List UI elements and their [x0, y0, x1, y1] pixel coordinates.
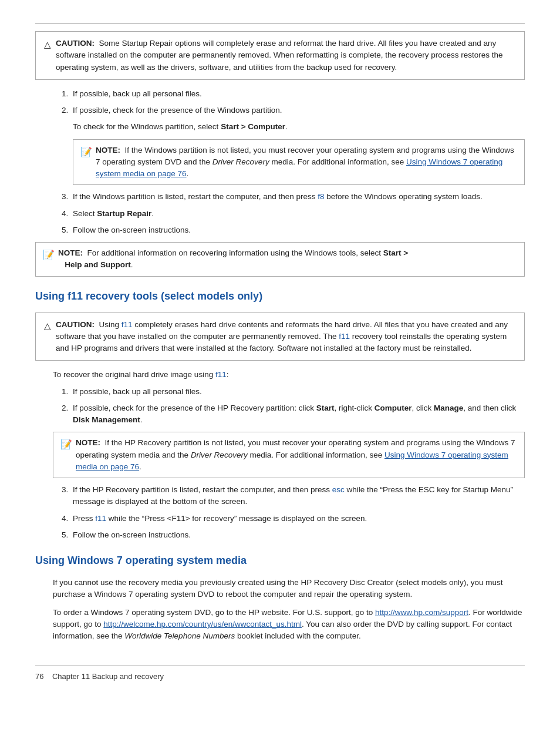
note-content-1: NOTE: If the Windows partition is not li… — [96, 145, 517, 180]
steps-list-4: If the HP Recovery partition is listed, … — [70, 484, 525, 541]
note-pencil-icon-2: 📝 — [43, 248, 55, 262]
f11-para: To recover the original hard drive image… — [53, 369, 525, 381]
caution-icon-2: △ — [44, 320, 51, 333]
hp-worldwide-link[interactable]: http://welcome.hp.com/country/us/en/wwco… — [103, 620, 302, 629]
steps-list-1: If possible, back up all personal files.… — [70, 88, 525, 186]
note-content-3: NOTE: If the HP Recovery partition is no… — [76, 437, 517, 473]
hp-support-link[interactable]: http://www.hp.com/support — [375, 608, 468, 617]
step-4-3: If the HP Recovery partition is listed, … — [70, 484, 525, 508]
win7-para-2: To order a Windows 7 operating system DV… — [53, 607, 525, 643]
win7-para-1: If you cannot use the recovery media you… — [53, 577, 525, 601]
step-3-1: If possible, back up all personal files. — [70, 386, 525, 398]
caution-text-1: CAUTION: Some Startup Repair options wil… — [56, 38, 516, 73]
step-2-5: Follow the on-screen instructions. — [70, 224, 525, 236]
footer: 76 Chapter 11 Backup and recovery — [35, 666, 525, 683]
step-4-4: Press f11 while the “Press <F11> for rec… — [70, 513, 525, 525]
step-1-1: If possible, back up all personal files. — [70, 88, 525, 100]
caution-box-2: △ CAUTION: Using f11 completely erases h… — [35, 312, 525, 361]
note-pencil-icon-3: 📝 — [60, 438, 72, 452]
caution-icon-1: △ — [44, 38, 51, 52]
note-box-2: 📝 NOTE: For additional information on re… — [35, 242, 525, 277]
step-2-3: If the Windows partition is listed, rest… — [70, 191, 525, 203]
caution-text-2: CAUTION: Using f11 completely erases har… — [56, 319, 516, 355]
step-1-2: If possible, check for the presence of t… — [70, 105, 525, 185]
step-2-4: Select Startup Repair. — [70, 208, 525, 220]
note-pencil-icon-1: 📝 — [80, 145, 92, 159]
note-box-3: 📝 NOTE: If the HP Recovery partition is … — [53, 432, 525, 478]
top-rule — [35, 23, 525, 24]
step-3-2: If possible, check for the presence of t… — [70, 402, 525, 426]
note-content-2: NOTE: For additional information on reco… — [58, 247, 408, 271]
steps-list-3: If possible, back up all personal files.… — [70, 386, 525, 426]
footer-text: 76 Chapter 11 Backup and recovery — [35, 672, 164, 681]
note-box-1: 📝 NOTE: If the Windows partition is not … — [73, 139, 525, 186]
section3-heading: Using Windows 7 operating system media — [35, 553, 525, 569]
caution-box-1: △ CAUTION: Some Startup Repair options w… — [35, 31, 525, 80]
steps-list-2: If the Windows partition is listed, rest… — [70, 191, 525, 236]
section2-heading: Using f11 recovery tools (select models … — [35, 288, 525, 304]
step-4-5: Follow the on-screen instructions. — [70, 529, 525, 541]
check-windows-partition-para: To check for the Windows partition, sele… — [73, 121, 525, 133]
